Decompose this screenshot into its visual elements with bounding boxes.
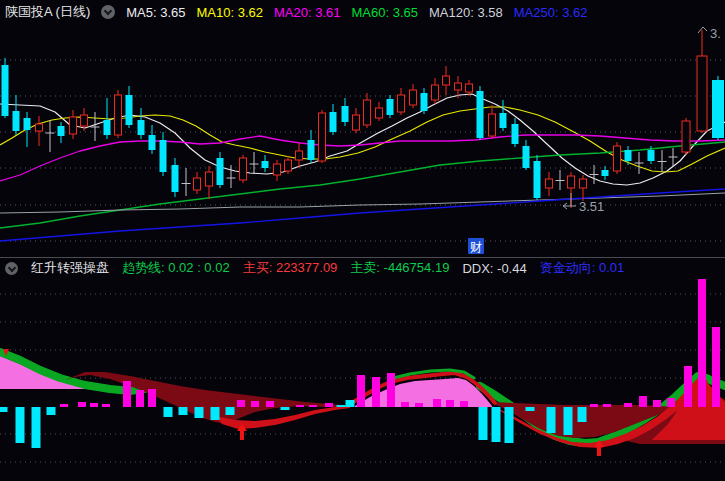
hist-bar — [357, 375, 365, 407]
chevron-down-icon[interactable] — [5, 262, 18, 275]
main-chart-header: 陕国投A (日线) MA5: 3.65 MA10: 3.62 MA20: 3.6… — [0, 0, 725, 24]
ma60-label: MA60: 3.65 — [352, 5, 419, 20]
hist-bar — [387, 373, 395, 407]
hist-bar — [415, 403, 423, 407]
candle-body-up — [682, 121, 690, 152]
hist-bar — [16, 407, 25, 443]
hist-bar — [667, 398, 675, 407]
candle-body-up — [489, 114, 496, 136]
hist-bar — [603, 404, 611, 407]
hist-bar — [123, 381, 131, 407]
candle-body-down — [342, 106, 349, 122]
hist-bar — [164, 407, 173, 417]
candle-body-up — [285, 160, 292, 171]
candle-body-down — [523, 146, 530, 168]
hist-bar — [102, 404, 110, 407]
candle-body-up — [81, 115, 88, 126]
candle-body-down — [13, 111, 20, 131]
candle-body-down — [712, 80, 724, 138]
candle-body-down — [217, 158, 224, 185]
hist-bar — [47, 407, 56, 415]
hist-bar — [460, 401, 468, 407]
hist-bar — [624, 403, 632, 407]
hist-bar — [226, 407, 235, 415]
candle-body-down — [387, 99, 394, 115]
hist-bar — [712, 327, 720, 407]
candle-body-up — [240, 158, 247, 180]
candle-body-down — [104, 120, 111, 135]
candle-body-up — [568, 176, 575, 188]
candle-body-down — [308, 140, 315, 160]
candle-body-down — [330, 112, 337, 132]
hist-bar — [281, 407, 290, 410]
trendline-value: 趋势线: 0.02 : 0.02 — [122, 259, 230, 277]
candle-body-up — [546, 179, 553, 188]
fund-flow-value: 资金动向: 0.01 — [540, 259, 625, 277]
main-chart-svg[interactable]: 3.513.财 — [0, 0, 725, 258]
hist-bar — [32, 407, 41, 448]
main-buy-value: 主买: 223377.09 — [243, 259, 338, 277]
hist-bar — [590, 404, 598, 407]
ma5-label: MA5: 3.65 — [126, 5, 185, 20]
candle-body-up — [194, 178, 201, 190]
indicator-name: 红升转强操盘 — [31, 259, 109, 277]
hist-bar — [698, 279, 706, 407]
hist-bar — [433, 399, 441, 407]
candle-body-down — [160, 140, 167, 172]
ma250-label: MA250: 3.62 — [514, 5, 588, 20]
hist-bar — [309, 405, 317, 407]
candle-body-down — [262, 161, 269, 168]
hist-bar — [372, 377, 380, 407]
hist-bar — [0, 407, 8, 412]
indicator-header: 红升转强操盘 趋势线: 0.02 : 0.02 主买: 223377.09 主卖… — [0, 259, 725, 277]
hist-bar — [505, 407, 514, 443]
hist-bar — [337, 405, 346, 407]
stock-title: 陕国投A (日线) — [5, 3, 90, 21]
candle-body-up — [432, 85, 439, 100]
hist-bar — [237, 400, 245, 407]
candle-body-down — [534, 161, 541, 198]
hist-bar — [251, 401, 259, 407]
candle-body-up — [443, 76, 450, 85]
hist-bar — [684, 366, 692, 407]
hist-bar — [325, 403, 333, 407]
candle-body-down — [126, 95, 133, 125]
candle-body-up — [376, 108, 383, 118]
candle-body-up — [455, 83, 462, 90]
candle-body-up — [398, 95, 405, 112]
hist-bar — [136, 390, 144, 407]
candle-body-down — [477, 91, 484, 138]
ma10-label: MA10: 3.62 — [197, 5, 264, 20]
hist-bar — [526, 407, 535, 411]
main-sell-value: 主卖: -446754.19 — [350, 259, 449, 277]
hist-bar — [446, 400, 454, 407]
candle-body-up — [580, 179, 587, 188]
chevron-down-icon[interactable] — [101, 5, 115, 19]
candle-body-up — [466, 84, 473, 92]
price-pointer-line — [703, 27, 707, 31]
high-price-label: 3. — [710, 26, 721, 41]
candle-body-up — [364, 100, 371, 125]
candle-body-up — [206, 172, 213, 186]
candle-body-up — [70, 117, 77, 134]
hist-bar — [564, 407, 573, 435]
hist-bar — [90, 403, 98, 407]
candle-body-up — [115, 95, 122, 135]
hist-bar — [195, 407, 204, 418]
candle-body-down — [602, 170, 609, 176]
candle-body-down — [149, 135, 156, 150]
panel-divider[interactable] — [0, 257, 725, 258]
ma120-label: MA120: 3.58 — [429, 5, 503, 20]
candle-body-down — [58, 126, 65, 136]
hist-bar — [266, 401, 274, 407]
candle-body-down — [172, 165, 179, 192]
hist-bar — [578, 407, 587, 422]
hist-bar — [78, 402, 86, 407]
candle-body-up — [296, 151, 303, 160]
hist-bar — [401, 402, 409, 407]
hist-bar — [547, 407, 556, 433]
low-price-label: 3.51 — [579, 199, 604, 214]
indicator-chart-svg[interactable] — [0, 258, 725, 481]
hist-bar — [211, 407, 220, 420]
candle-body-down — [421, 93, 428, 111]
